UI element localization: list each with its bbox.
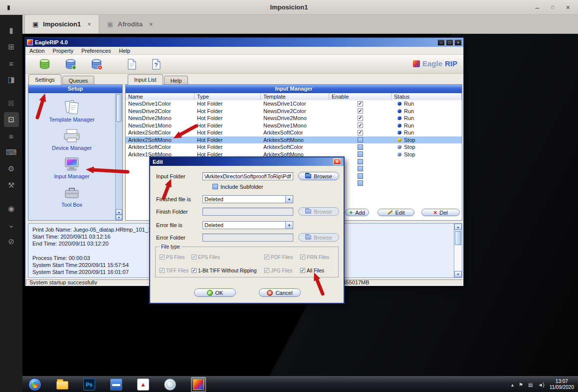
tab-close-button[interactable]: × (149, 20, 153, 28)
tab-close-button[interactable]: × (87, 20, 91, 28)
tab-queues[interactable]: Queues (62, 76, 95, 85)
grab-input-icon[interactable]: ≡ (4, 129, 19, 143)
column-header-status[interactable]: Status (391, 93, 462, 100)
close-button[interactable]: × (566, 3, 570, 11)
show-hidden-icons[interactable]: ▴ (511, 382, 514, 388)
enable-checkbox[interactable]: ✓ (358, 101, 363, 107)
filetype-all-files[interactable]: ✓All Files (300, 268, 337, 273)
tab-settings[interactable]: Settings (28, 74, 61, 85)
scroll-up-button[interactable]: ▲ (454, 224, 462, 230)
setup-scrollbar[interactable]: ▲ ▼ (115, 93, 122, 220)
volume-icon[interactable]: ◄) (538, 382, 544, 388)
chevron-down-icon[interactable]: ▼ (285, 222, 293, 229)
column-header-enable[interactable]: Enable (329, 93, 391, 100)
column-header-name[interactable]: Name (126, 93, 194, 100)
setup-item-tool-box[interactable]: Tool Box (28, 182, 115, 211)
browser-icon[interactable] (164, 379, 176, 391)
enable-checkbox[interactable] (358, 173, 363, 179)
error-file-select[interactable]: Deleted ▼ (202, 221, 293, 229)
minimize-button[interactable]: – (536, 3, 540, 11)
scroll-up-button[interactable]: ▲ (116, 209, 122, 215)
table-row[interactable]: Arkitex2SoftMonoHot FolderArkitexSoftMon… (126, 136, 462, 144)
enable-checkbox[interactable]: ✓ (358, 116, 363, 121)
log-scrollbar[interactable]: ▲ ▼ (454, 224, 462, 277)
action-center-icon[interactable]: ⚑ (519, 382, 523, 388)
edit-dialog-titlebar[interactable]: Edit × (150, 157, 344, 166)
table-row[interactable]: Arkitex1SoftColorHot FolderArkitexSoftCo… (126, 143, 462, 151)
photoshop-icon[interactable]: Ps (83, 379, 95, 391)
scroll-down-button[interactable]: ▼ (116, 215, 122, 220)
tools-icon[interactable]: ⚒ (4, 178, 19, 193)
scaled-mode-icon[interactable]: ⊡ (4, 112, 19, 127)
explorer-icon[interactable] (56, 381, 68, 390)
table-row[interactable]: NewsDrive1MonoHot FolderNewsDrive1Mono✓R… (126, 122, 462, 130)
database-green-icon[interactable] (38, 58, 51, 70)
clock[interactable]: 13:07 11/09/2020 (550, 379, 574, 391)
tab-help[interactable]: Help (164, 76, 189, 85)
dynamic-resolution-icon[interactable]: ⊠ (4, 96, 19, 111)
preferences-icon[interactable]: ⚙ (4, 161, 19, 176)
setup-item-template-manager[interactable]: Template Manager (28, 97, 115, 126)
dialog-close-button[interactable]: × (333, 158, 341, 165)
enable-checkbox[interactable] (358, 137, 363, 142)
menu-preferences[interactable]: Preferences (81, 48, 111, 54)
eaglerip-minimize-button[interactable]: – (437, 39, 445, 46)
enable-checkbox[interactable] (358, 180, 363, 186)
filetype-1-bit-tiff-without-ripping[interactable]: ✓1-Bit TIFF Without Ripping (192, 268, 264, 273)
enable-checkbox[interactable] (358, 166, 363, 171)
eaglerip-maximize-button[interactable]: □ (446, 39, 453, 46)
display-icon[interactable]: ▤ (528, 382, 533, 388)
table-row[interactable]: NewsDrive2ColorHot FolderNewsDrive2Color… (126, 108, 462, 115)
keyboard-icon[interactable]: ⌨ (4, 145, 19, 160)
enable-checkbox[interactable]: ✓ (358, 108, 363, 114)
menu-action[interactable]: Action (29, 48, 45, 54)
menu-icon[interactable]: ≡ (4, 56, 19, 71)
add-button[interactable]: + Add (345, 209, 369, 216)
screenshot-icon[interactable]: ◉ (4, 201, 19, 216)
delete-button[interactable]: × Del (421, 209, 460, 216)
edit-button[interactable]: Edit (378, 209, 414, 216)
database-delete-icon[interactable]: × (90, 58, 103, 70)
enable-checkbox[interactable]: ✓ (358, 123, 363, 128)
scrollbar-thumb[interactable] (455, 231, 461, 245)
database-blue-icon[interactable] (64, 58, 77, 70)
shell-titlebar[interactable]: ▮ Imposicion1 – □ × (0, 0, 578, 15)
ok-button[interactable]: ✓ OK (194, 288, 236, 297)
start-button[interactable] (28, 378, 41, 391)
collapse-toolbar-icon[interactable]: ⌄ (4, 218, 19, 233)
fullscreen-icon[interactable]: ⊞ (4, 39, 19, 54)
tab-input-list[interactable]: Input List (128, 74, 163, 85)
tab-imposicion1[interactable]: ▣Imposicion1× (24, 15, 99, 33)
disconnect-icon[interactable]: ⊘ (4, 234, 19, 249)
table-row[interactable]: NewsDrive2MonoHot FolderNewsDrive2Mono✓R… (126, 115, 462, 122)
setup-item-device-manager[interactable]: Device Manager (28, 126, 115, 154)
table-row[interactable]: NewsDrive1ColorHot FolderNewsDrive1Color… (126, 100, 462, 108)
input-folder-browse-button[interactable]: Browse (298, 172, 339, 180)
app-menu-icon[interactable]: ▮ (4, 23, 19, 38)
column-header-type[interactable]: Type (194, 93, 261, 100)
eaglerip-taskbar-button[interactable] (191, 377, 206, 392)
cancel-button[interactable]: × Cancel (259, 288, 301, 297)
side-panel-icon[interactable]: ◨ (4, 72, 19, 87)
document-icon[interactable] (126, 58, 137, 70)
eaglerip-titlebar[interactable]: EagleRIP 4.0 – □ × (25, 38, 463, 47)
enable-checkbox[interactable]: ✓ (358, 130, 363, 135)
enable-checkbox[interactable] (358, 151, 363, 157)
menu-property[interactable]: Property (53, 48, 74, 54)
eaglerip-close-button[interactable]: × (454, 39, 462, 46)
finished-file-select[interactable]: Deleted ▼ (202, 195, 293, 203)
chevron-down-icon[interactable]: ▼ (285, 196, 293, 203)
menu-help[interactable]: Help (119, 48, 130, 54)
imposition-app-icon[interactable] (110, 379, 122, 391)
scrollbar-thumb[interactable] (116, 94, 122, 122)
input-folder-field[interactable] (202, 172, 293, 180)
include-subfolder-checkbox[interactable] (212, 184, 218, 189)
help-icon[interactable]: ? (151, 58, 162, 70)
enable-checkbox[interactable] (358, 159, 363, 164)
enable-checkbox[interactable] (358, 144, 363, 150)
column-header-template[interactable]: Template (261, 93, 329, 100)
maximize-button[interactable]: □ (551, 5, 554, 10)
scroll-down-button[interactable]: ▼ (454, 271, 462, 277)
table-row[interactable]: Arkitex2SoftColorHot FolderArkitexSoftCo… (126, 129, 462, 136)
pdf-reader-icon[interactable]: ▲ (137, 379, 149, 391)
